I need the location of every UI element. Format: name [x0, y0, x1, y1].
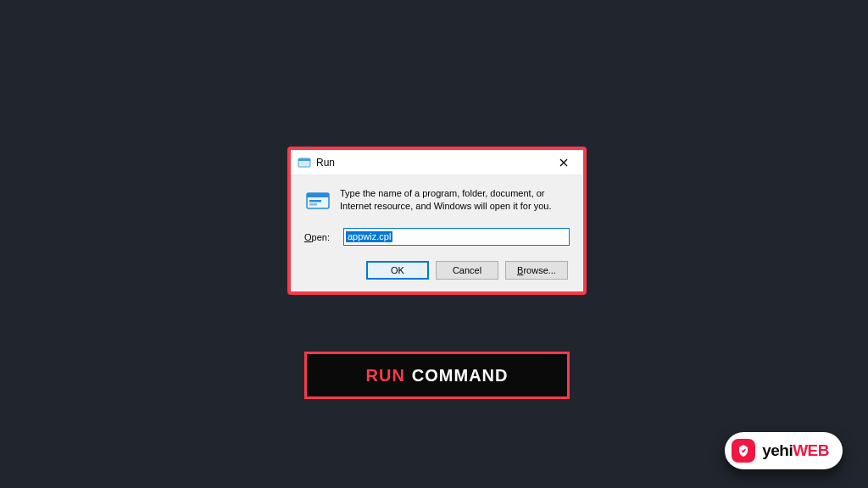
- command-input-value: appwiz.cpl: [346, 231, 392, 242]
- command-input[interactable]: appwiz.cpl: [343, 228, 570, 246]
- titlebar[interactable]: Run: [291, 150, 583, 175]
- close-button[interactable]: [549, 152, 578, 173]
- close-icon: [559, 158, 568, 167]
- banner-word-2: COMMAND: [412, 366, 509, 385]
- svg-rect-1: [298, 158, 310, 161]
- watermark-badge-icon: [732, 439, 755, 463]
- svg-rect-7: [309, 203, 317, 206]
- run-large-icon: [304, 187, 331, 214]
- banner-word-1: RUN: [366, 366, 405, 385]
- dialog-description: Type the name of a program, folder, docu…: [340, 187, 570, 213]
- run-app-icon: [298, 156, 311, 169]
- watermark-brand-part1: yehi: [762, 441, 793, 459]
- run-dialog: Run Type the name of a program, folder, …: [287, 147, 587, 295]
- button-row: OK Cancel Browse...: [304, 261, 570, 280]
- dialog-body: Type the name of a program, folder, docu…: [291, 175, 583, 291]
- watermark-brand-part2: WEB: [793, 441, 829, 459]
- dialog-title: Run: [316, 157, 549, 169]
- open-label: Open:: [304, 232, 342, 242]
- svg-rect-5: [307, 193, 329, 197]
- watermark-brand: yehiWEB: [762, 441, 829, 460]
- watermark-pill: yehiWEB: [725, 432, 843, 469]
- ok-button[interactable]: OK: [366, 261, 429, 280]
- caption-banner: RUN COMMAND: [304, 352, 570, 399]
- cancel-button[interactable]: Cancel: [436, 261, 498, 280]
- browse-button[interactable]: Browse...: [505, 261, 568, 280]
- svg-rect-6: [309, 200, 321, 202]
